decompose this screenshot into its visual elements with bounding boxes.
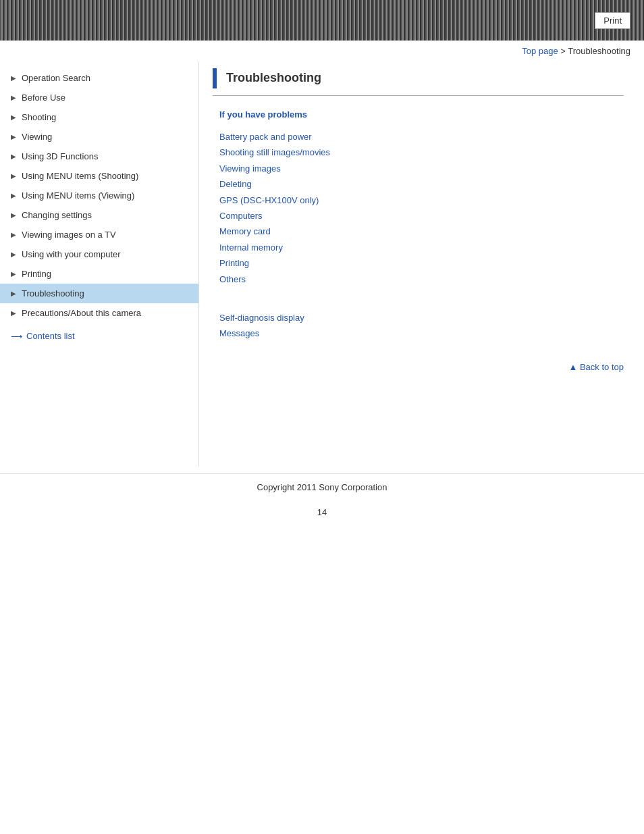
link-shooting-still-images[interactable]: Shooting still images/movies (219, 145, 624, 160)
chevron-right-icon: ▶ (11, 231, 16, 238)
contents-list-link[interactable]: ⟶ Contents list (0, 325, 198, 346)
breadcrumb: Top page > Troubleshooting (0, 41, 644, 61)
sidebar-item-label: Viewing images on a TV (22, 230, 116, 240)
breadcrumb-top-link[interactable]: Top page (522, 46, 558, 56)
chevron-right-icon: ▶ (11, 309, 16, 317)
sidebar-item-changing-settings[interactable]: ▶ Changing settings (0, 205, 198, 225)
link-battery-pack-power[interactable]: Battery pack and power (219, 129, 624, 145)
page-title-bar: Troubleshooting (213, 68, 624, 96)
page-title: Troubleshooting (226, 68, 321, 88)
sidebar-item-label: Troubleshooting (22, 288, 84, 298)
breadcrumb-separator: > (558, 46, 568, 56)
other-links-section: Self-diagnosis display Messages (213, 310, 624, 342)
sidebar: ▶ Operation Search ▶ Before Use ▶ Shooti… (0, 61, 199, 467)
sidebar-item-troubleshooting[interactable]: ▶ Troubleshooting (0, 284, 198, 303)
chevron-right-icon: ▶ (11, 153, 16, 160)
chevron-right-icon: ▶ (11, 133, 16, 140)
sidebar-item-label: Operation Search (22, 73, 90, 83)
chevron-right-icon: ▶ (11, 251, 16, 258)
sidebar-item-label: Using 3D Functions (22, 151, 98, 161)
chevron-right-icon: ▶ (11, 74, 16, 82)
if-you-have-problems-section: If you have problems Battery pack and po… (213, 109, 624, 287)
print-button[interactable]: Print (595, 12, 630, 29)
link-deleting[interactable]: Deleting (219, 176, 624, 192)
sidebar-item-label: Printing (22, 269, 51, 279)
chevron-right-icon: ▶ (11, 192, 16, 199)
link-internal-memory[interactable]: Internal memory (219, 240, 624, 255)
sidebar-item-label: Before Use (22, 93, 65, 103)
link-gps[interactable]: GPS (DSC-HX100V only) (219, 192, 624, 208)
sidebar-item-viewing-tv[interactable]: ▶ Viewing images on a TV (0, 225, 198, 244)
sidebar-item-using-3d[interactable]: ▶ Using 3D Functions (0, 147, 198, 166)
sidebar-item-printing[interactable]: ▶ Printing (0, 264, 198, 284)
chevron-right-icon: ▶ (11, 172, 16, 180)
link-memory-card[interactable]: Memory card (219, 224, 624, 239)
sidebar-item-menu-viewing[interactable]: ▶ Using MENU items (Viewing) (0, 186, 198, 205)
sidebar-item-viewing[interactable]: ▶ Viewing (0, 127, 198, 147)
sidebar-item-label: Changing settings (22, 210, 92, 220)
sidebar-item-precautions[interactable]: ▶ Precautions/About this camera (0, 303, 198, 323)
contents-list-label: Contents list (26, 331, 75, 341)
header-bar: Print (0, 0, 644, 41)
back-to-top-link[interactable]: ▲ Back to top (213, 355, 624, 379)
link-computers[interactable]: Computers (219, 208, 624, 224)
sidebar-item-label: Using MENU items (Shooting) (22, 171, 138, 181)
sidebar-item-label: Using with your computer (22, 249, 121, 259)
chevron-right-icon: ▶ (11, 113, 16, 121)
sidebar-item-operation-search[interactable]: ▶ Operation Search (0, 68, 198, 88)
arrow-right-icon: ⟶ (11, 332, 22, 341)
sidebar-item-label: Shooting (22, 112, 56, 122)
link-others[interactable]: Others (219, 271, 624, 287)
sidebar-item-using-computer[interactable]: ▶ Using with your computer (0, 244, 198, 264)
if-you-have-problems-heading[interactable]: If you have problems (219, 109, 624, 120)
chevron-right-icon: ▶ (11, 211, 16, 219)
sidebar-item-label: Using MENU items (Viewing) (22, 190, 134, 201)
sidebar-item-label: Precautions/About this camera (22, 308, 141, 318)
copyright-text: Copyright 2011 Sony Corporation (257, 482, 387, 492)
link-messages[interactable]: Messages (219, 325, 624, 341)
breadcrumb-current: Troubleshooting (568, 46, 630, 56)
main-layout: ▶ Operation Search ▶ Before Use ▶ Shooti… (0, 61, 644, 467)
footer: Copyright 2011 Sony Corporation (0, 473, 644, 500)
chevron-right-icon: ▶ (11, 290, 16, 297)
sidebar-item-menu-shooting[interactable]: ▶ Using MENU items (Shooting) (0, 166, 198, 186)
link-self-diagnosis[interactable]: Self-diagnosis display (219, 310, 624, 325)
content-area: Troubleshooting If you have problems Bat… (199, 61, 644, 467)
chevron-right-icon: ▶ (11, 94, 16, 101)
sidebar-item-shooting[interactable]: ▶ Shooting (0, 107, 198, 127)
link-viewing-images[interactable]: Viewing images (219, 161, 624, 176)
page-number: 14 (0, 500, 644, 524)
title-accent-bar (213, 68, 217, 88)
chevron-right-icon: ▶ (11, 270, 16, 278)
sidebar-item-before-use[interactable]: ▶ Before Use (0, 88, 198, 107)
link-printing[interactable]: Printing (219, 255, 624, 271)
sidebar-item-label: Viewing (22, 132, 52, 142)
